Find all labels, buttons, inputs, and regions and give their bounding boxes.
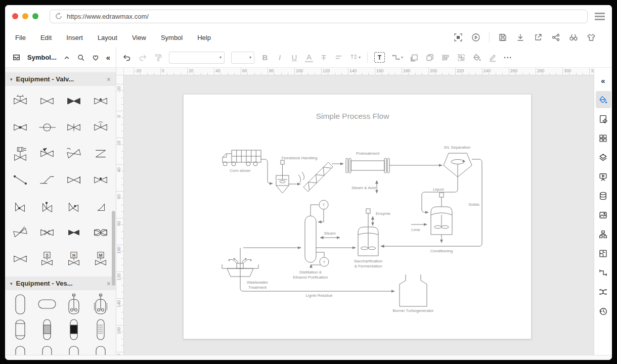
group-icon[interactable] bbox=[457, 53, 466, 62]
symbol-letter-valve-M[interactable]: M bbox=[87, 246, 114, 272]
panel-section-valves[interactable]: ▾ Equipment - Valv... × bbox=[5, 72, 116, 86]
fill-color-icon[interactable] bbox=[472, 53, 481, 62]
conditioning-tank-shape[interactable] bbox=[431, 193, 452, 235]
close-section-icon[interactable]: × bbox=[107, 75, 111, 83]
favorites-icon[interactable] bbox=[92, 54, 100, 62]
collapse-right-icon[interactable]: « bbox=[596, 72, 611, 89]
symbol-closed-valve-2[interactable] bbox=[61, 219, 87, 246]
library-icon[interactable] bbox=[12, 53, 21, 62]
format-painter-icon[interactable] bbox=[154, 53, 162, 62]
label-burner[interactable]: Burner Turbogenerator bbox=[393, 308, 434, 313]
symbol-ball-valve-filled[interactable] bbox=[7, 114, 34, 141]
url-text[interactable]: https://www.edrawmax.com/ bbox=[67, 13, 149, 20]
browser-menu-icon[interactable] bbox=[595, 13, 605, 20]
label-saccharification-1[interactable]: Saccharification bbox=[354, 259, 382, 263]
symbol-double-circle-valve[interactable] bbox=[87, 219, 114, 246]
bold-button[interactable]: B bbox=[261, 53, 269, 62]
collapse-left-icon[interactable]: « bbox=[106, 53, 110, 62]
font-color-button[interactable]: A bbox=[305, 53, 313, 62]
label-saccharification-2[interactable]: & Fermentation bbox=[355, 264, 382, 268]
shape-outline-icon[interactable] bbox=[410, 53, 419, 62]
symbol-tray-column[interactable] bbox=[87, 317, 114, 343]
symbol-lever-valve[interactable] bbox=[34, 167, 61, 193]
menu-insert[interactable]: Insert bbox=[66, 34, 83, 41]
export-icon[interactable] bbox=[534, 33, 543, 42]
image-icon[interactable] bbox=[596, 206, 611, 223]
download-icon[interactable] bbox=[516, 33, 525, 42]
save-icon[interactable] bbox=[498, 33, 507, 42]
align-text-icon[interactable] bbox=[334, 53, 343, 62]
symbol-vessel-tall[interactable] bbox=[34, 343, 61, 355]
document-page[interactable]: Simple Process Flow Corn stover bbox=[183, 94, 532, 339]
connector-column-tind-top[interactable] bbox=[311, 205, 319, 216]
menu-layout[interactable]: Layout bbox=[98, 34, 117, 41]
symbol-slant-gate-valve[interactable] bbox=[7, 219, 34, 246]
presentation-icon[interactable] bbox=[596, 168, 611, 185]
symbol-slanted-valve[interactable] bbox=[34, 141, 61, 167]
symbol-packed-column-gray[interactable] bbox=[34, 317, 61, 343]
symbol-quarter-valve[interactable] bbox=[87, 193, 114, 219]
symbol-dot-valve[interactable] bbox=[87, 167, 114, 193]
underline-button[interactable]: U bbox=[290, 53, 298, 62]
symbol-vent-valve[interactable] bbox=[87, 114, 114, 141]
symbol-vessel-vertical[interactable] bbox=[7, 292, 34, 317]
symbol-ball-valve[interactable] bbox=[87, 88, 114, 114]
collapse-triangle-icon[interactable]: ▾ bbox=[10, 77, 13, 82]
symbol-gate-valve[interactable] bbox=[34, 88, 61, 114]
connector-truck-hopper[interactable] bbox=[261, 159, 273, 184]
panel-scrollbar[interactable] bbox=[112, 211, 115, 286]
symbol-actuated-gate-valve[interactable] bbox=[7, 88, 34, 114]
symbol-agitator-tank[interactable] bbox=[61, 292, 87, 317]
symbol-angle-valve-1[interactable] bbox=[7, 193, 34, 219]
text-tool-button[interactable]: T bbox=[374, 52, 385, 63]
symbol-jacketed-agitator-tank[interactable] bbox=[87, 292, 114, 317]
panel-section-vessels[interactable]: ▾ Equipment - Ves... × bbox=[5, 277, 116, 290]
font-family-select[interactable]: ▾ bbox=[169, 52, 225, 64]
symbol-packed-column-black[interactable] bbox=[61, 317, 87, 343]
close-section-icon[interactable]: × bbox=[107, 280, 111, 288]
connector-elbow-icon[interactable] bbox=[596, 264, 611, 281]
label-conditioning[interactable]: Conditioning bbox=[430, 249, 453, 253]
undo-icon[interactable] bbox=[122, 53, 131, 62]
label-distillation-2[interactable]: Ethanol Purification bbox=[293, 275, 328, 280]
more-options-button[interactable]: ··· bbox=[504, 54, 512, 62]
menu-symbol[interactable]: Symbol bbox=[161, 34, 183, 41]
symbol-vessel-tall[interactable] bbox=[7, 343, 34, 355]
collapse-up-icon[interactable] bbox=[63, 54, 70, 61]
distillation-column-shape[interactable] bbox=[305, 216, 316, 262]
diagram-title[interactable]: Simple Process Flow bbox=[316, 112, 390, 120]
find-icon[interactable] bbox=[569, 33, 578, 42]
menu-file[interactable]: File bbox=[15, 34, 26, 41]
symbol-rod-valve[interactable] bbox=[7, 167, 34, 193]
symbol-closed-valve[interactable] bbox=[61, 88, 87, 114]
label-separation[interactable]: S/L Separation bbox=[444, 145, 471, 150]
floorplan-icon[interactable] bbox=[596, 245, 611, 262]
line-spacing-icon[interactable]: ▾ bbox=[349, 53, 361, 62]
layers-icon[interactable] bbox=[596, 149, 611, 166]
connector-tind-column-bottom[interactable] bbox=[311, 264, 321, 265]
font-size-select[interactable]: ▾ bbox=[231, 52, 254, 64]
history-icon[interactable] bbox=[596, 302, 611, 320]
label-steam[interactable]: Steam bbox=[324, 231, 335, 236]
fit-screen-icon[interactable] bbox=[454, 33, 463, 42]
label-steam-acid[interactable]: Steam & Acid bbox=[351, 186, 376, 190]
symbol-vessel-tall[interactable] bbox=[61, 343, 87, 355]
symbol-vessel-tall[interactable] bbox=[87, 343, 114, 355]
junction-icon[interactable] bbox=[596, 283, 611, 300]
library-label[interactable]: Symbol... bbox=[27, 54, 57, 61]
symbol-check-valve[interactable] bbox=[61, 114, 87, 141]
label-pretreatment[interactable]: Pretreatment bbox=[356, 151, 380, 156]
label-liquor[interactable]: Liquor bbox=[433, 187, 445, 192]
label-enzyme[interactable]: Enzyme bbox=[376, 211, 390, 216]
connector-solids[interactable] bbox=[381, 159, 482, 246]
components-icon[interactable] bbox=[596, 129, 611, 147]
share-icon[interactable] bbox=[551, 33, 560, 42]
drawing-canvas-area[interactable]: -200204060801001201401601802002202402602… bbox=[116, 68, 594, 355]
symbol-letter-valve-H[interactable]: H bbox=[61, 246, 87, 272]
label-corn-stover[interactable]: Corn stover bbox=[230, 168, 251, 173]
line-style-icon[interactable] bbox=[488, 53, 497, 62]
symbol-z-valve[interactable] bbox=[87, 141, 114, 167]
label-solids[interactable]: Solids bbox=[468, 202, 479, 207]
minimize-window-button[interactable] bbox=[22, 13, 28, 19]
connector-tind-column[interactable] bbox=[318, 209, 324, 222]
